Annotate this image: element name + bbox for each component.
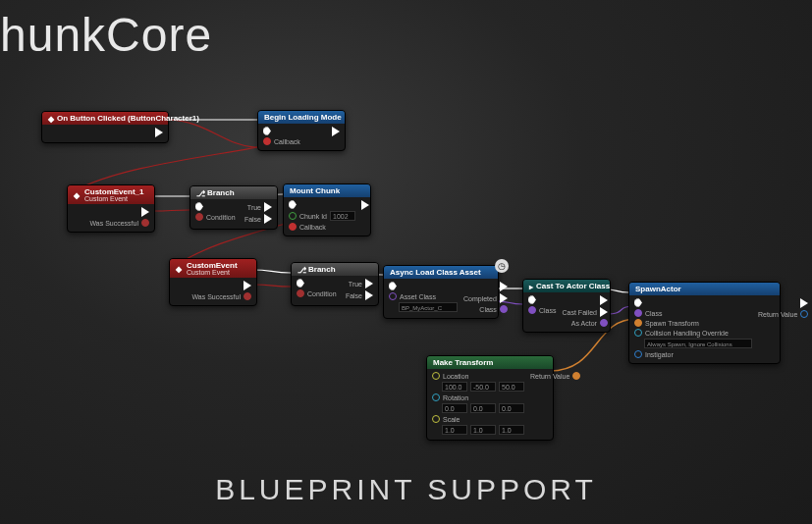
node-begin-loading-mode[interactable]: Begin Loading Mode Callback [257, 110, 346, 151]
instigator-pin[interactable]: Instigator [634, 350, 752, 358]
scale-z-input[interactable]: 1.0 [499, 425, 524, 435]
false-pin[interactable]: False [346, 290, 373, 300]
blueprint-canvas[interactable]: ◆ On Button Clicked (ButtonCharacter1) B… [0, 0, 812, 524]
rotation-pin[interactable]: Rotation [432, 393, 524, 401]
node-header: Mount Chunk [284, 184, 370, 197]
node-on-button-clicked[interactable]: ◆ On Button Clicked (ButtonCharacter1) [41, 111, 169, 143]
pin-label: Callback [299, 224, 326, 231]
class-in-pin[interactable]: Class [634, 309, 752, 317]
cast-failed-pin[interactable]: Cast Failed [563, 307, 608, 317]
pin-label: Location [443, 373, 468, 380]
branch-icon: ⎇ [196, 189, 204, 197]
pin-label: False [346, 292, 362, 299]
loc-y-input[interactable]: -50.0 [470, 382, 496, 392]
exec-in-pin[interactable] [297, 279, 337, 288]
exec-in-pin[interactable] [389, 282, 458, 290]
node-custom-event-1[interactable]: ◆ CustomEvent_1 Custom Event Was Success… [67, 184, 155, 233]
exec-in-pin[interactable] [289, 200, 355, 209]
exec-out-pin[interactable] [141, 207, 149, 217]
location-pin[interactable]: Location [432, 372, 524, 380]
wires [0, 0, 812, 524]
false-pin[interactable]: False [244, 214, 272, 224]
node-cast-to-actor[interactable]: ▸ Cast To Actor Class Class Cast Failed … [522, 279, 611, 333]
callback-pin[interactable]: Callback [263, 137, 300, 145]
node-title: Branch [207, 188, 235, 197]
return-value-pin[interactable]: Return Value [758, 310, 808, 318]
node-title: Mount Chunk [290, 186, 340, 195]
asset-class-pin[interactable]: Asset Class [389, 292, 458, 300]
class-in-pin[interactable]: Class [528, 306, 557, 314]
pin-label: Class [539, 307, 557, 314]
callback-pin[interactable]: Callback [289, 223, 355, 231]
pin-label: Rotation [443, 394, 468, 401]
scale-pin[interactable]: Scale [432, 415, 524, 423]
pin-label: Return Value [530, 373, 569, 380]
exec-out-pin[interactable] [361, 200, 369, 210]
exec-out-pin[interactable] [500, 282, 508, 291]
completed-pin[interactable]: Completed [463, 293, 508, 303]
was-successful-pin[interactable]: Was Successful [89, 219, 149, 227]
node-make-transform[interactable]: Make Transform Location 100.0 -50.0 50.0… [426, 355, 554, 441]
true-pin[interactable]: True [349, 279, 373, 288]
node-header: ◆ CustomEvent Custom Event [170, 259, 256, 278]
pin-label: Callback [274, 138, 300, 145]
node-subtitle: Custom Event [84, 195, 143, 202]
node-title: Cast To Actor Class [536, 282, 610, 290]
class-out-pin[interactable]: Class [479, 305, 508, 313]
return-value-pin[interactable]: Return Value [530, 372, 580, 380]
rot-x-input[interactable]: 0.0 [442, 403, 467, 413]
event-icon: ◆ [74, 191, 81, 199]
pin-label: Was Successful [89, 220, 138, 227]
exec-in-pin[interactable] [263, 127, 300, 135]
condition-pin[interactable]: Condition [297, 289, 337, 297]
chunk-id-input[interactable]: 1002 [330, 211, 355, 221]
scale-inputs[interactable]: 1.0 1.0 1.0 [432, 425, 524, 435]
node-header: Make Transform [427, 356, 553, 369]
exec-in-pin[interactable] [528, 295, 557, 304]
node-mount-chunk[interactable]: Mount Chunk Chunk Id1002 Callback [283, 183, 371, 236]
pin-label: Class [645, 310, 663, 317]
asset-class-value[interactable]: BP_MyActor_C [389, 302, 458, 312]
rot-z-input[interactable]: 0.0 [499, 403, 524, 413]
chunk-id-pin[interactable]: Chunk Id1002 [289, 211, 355, 221]
exec-in-pin[interactable] [634, 298, 752, 307]
node-async-load-class[interactable]: Async Load Class Asset Asset Class BP_My… [383, 265, 499, 319]
pin-label: True [247, 204, 261, 211]
exec-out-pin[interactable] [800, 298, 808, 308]
true-pin[interactable]: True [247, 202, 272, 212]
exec-out-pin[interactable] [332, 127, 340, 136]
node-title: Branch [308, 265, 336, 274]
node-title: Make Transform [433, 358, 493, 367]
location-inputs[interactable]: 100.0 -50.0 50.0 [432, 382, 524, 392]
node-spawn-actor[interactable]: SpawnActor Class Spawn Transform Collisi… [628, 282, 781, 364]
rotation-inputs[interactable]: 0.0 0.0 0.0 [432, 403, 524, 413]
exec-out-pin[interactable] [244, 281, 251, 290]
latent-clock-icon: ◷ [495, 259, 509, 273]
node-branch-2[interactable]: ⎇ Branch Condition True False [291, 262, 379, 306]
node-branch-1[interactable]: ⎇ Branch Condition True False [189, 185, 278, 230]
loc-z-input[interactable]: 50.0 [499, 382, 524, 392]
scale-y-input[interactable]: 1.0 [470, 425, 496, 435]
exec-out-pin[interactable] [600, 295, 608, 305]
pin-label: As Actor [571, 320, 597, 327]
pin-label: Instigator [645, 351, 674, 358]
pin-label: Collision Handling Override [645, 330, 729, 337]
exec-in-pin[interactable] [195, 202, 236, 211]
pin-label: False [244, 216, 261, 223]
exec-out-pin[interactable] [155, 128, 163, 137]
loc-x-input[interactable]: 100.0 [442, 382, 467, 392]
node-subtitle: Custom Event [187, 269, 238, 276]
pin-label: Asset Class [400, 293, 436, 300]
as-actor-pin[interactable]: As Actor [571, 319, 608, 327]
condition-pin[interactable]: Condition [195, 213, 236, 221]
pin-label: Completed [463, 295, 497, 302]
rot-y-input[interactable]: 0.0 [470, 403, 496, 413]
spawn-transform-pin[interactable]: Spawn Transform [634, 319, 752, 327]
pin-label: Cast Failed [563, 309, 597, 316]
node-custom-event-2[interactable]: ◆ CustomEvent Custom Event Was Successfu… [169, 258, 257, 306]
node-title: On Button Clicked (ButtonCharacter1) [57, 114, 199, 123]
scale-x-input[interactable]: 1.0 [442, 425, 467, 435]
collision-pin[interactable]: Collision Handling Override [634, 329, 752, 337]
collision-select[interactable]: Always Spawn, Ignore Collisions [634, 339, 752, 348]
was-successful-pin[interactable]: Was Successful [191, 292, 251, 300]
